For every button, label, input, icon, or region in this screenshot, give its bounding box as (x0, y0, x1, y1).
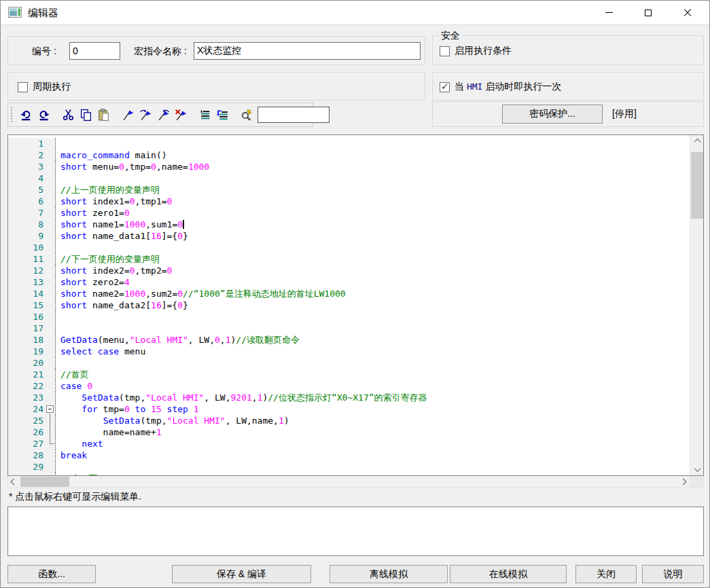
code-text: GetData(menu,"Local HMI", LW,0,1)//读取翻页命… (56, 334, 300, 346)
bookmark-prev-button[interactable] (155, 107, 171, 123)
scroll-left-button[interactable] (8, 476, 20, 488)
fold-toggle-icon[interactable] (46, 405, 54, 413)
vertical-scroll-thumb[interactable] (691, 152, 703, 219)
code-text: //上一页使用的变量声明 (56, 184, 160, 196)
periodic-execute-checkbox[interactable] (18, 82, 28, 92)
fold-margin (46, 415, 56, 426)
enable-condition-label: 启用执行条件 (455, 45, 512, 57)
macro-id-input[interactable] (69, 42, 120, 60)
indent-lines-icon (199, 109, 212, 122)
macro-id-name-group: 编号 : 宏指令名称 : (7, 36, 425, 65)
code-editor[interactable]: 12macro_command main()3short menu=0,tmp=… (7, 134, 704, 476)
code-text (56, 323, 60, 334)
toolbar-search-input[interactable] (258, 107, 330, 123)
horizontal-scroll-thumb[interactable] (20, 477, 69, 487)
line-number: 16 (8, 311, 46, 323)
horizontal-scrollbar[interactable] (7, 476, 704, 488)
bookmark-next-button[interactable] (137, 107, 154, 123)
find-replace-button[interactable] (238, 107, 254, 123)
window-title: 编辑器 (28, 7, 58, 20)
line-number: 18 (8, 334, 46, 346)
fold-margin (46, 380, 56, 392)
chevron-down-icon (694, 465, 700, 472)
message-box[interactable] (7, 507, 704, 556)
scroll-up-button[interactable] (690, 135, 704, 147)
code-line: 17 (8, 323, 690, 334)
code-line: 18GetData(menu,"Local HMI", LW,0,1)//读取翻… (8, 334, 690, 346)
close-button[interactable]: 关闭 (575, 565, 637, 583)
fold-margin (46, 172, 56, 184)
text-caret (183, 220, 184, 229)
password-protect-button[interactable]: 密码保护... (502, 105, 603, 124)
macro-id-label: 编号 : (32, 45, 56, 58)
enable-condition-checkbox[interactable] (440, 46, 450, 56)
line-number: 20 (8, 357, 46, 369)
code-text: for tmp=0 to 15 step 1 (56, 403, 199, 415)
code-line: 22case 0 (8, 380, 690, 392)
scroll-down-button[interactable] (690, 464, 704, 475)
online-sim-button[interactable]: 在线模拟 (450, 565, 567, 583)
code-line: 2macro_command main() (8, 149, 690, 161)
fold-margin (46, 357, 56, 369)
fold-margin (46, 392, 56, 403)
code-line: 26 name=name+1 (8, 426, 690, 438)
code-text: macro_command main() (56, 149, 167, 161)
code-text: //上一页 (56, 473, 98, 475)
line-number: 8 (8, 219, 46, 230)
bookmark-toggle-icon (122, 109, 135, 122)
code-line: 16 (8, 311, 690, 323)
macro-name-label: 宏指令名称 : (134, 45, 187, 58)
periodic-execute-label: 周期执行 (33, 81, 71, 93)
toolbar-grip[interactable] (11, 107, 12, 122)
fold-margin (46, 253, 56, 265)
fold-margin (46, 449, 56, 461)
close-window-button[interactable] (668, 1, 707, 24)
title-bar: 编辑器 (1, 1, 709, 25)
code-text: SetData(tmp,"Local HMI", LW,name,1) (56, 415, 289, 426)
help-button[interactable]: 说明 (642, 565, 704, 583)
copy-button[interactable] (77, 107, 94, 123)
security-group-label: 安全 (439, 30, 462, 42)
code-line: 1 (8, 138, 690, 149)
fold-margin (46, 242, 56, 253)
bookmark-next-icon (139, 109, 152, 122)
code-text: short name_data2[16]={0} (56, 299, 188, 311)
run-on-startup-checkbox[interactable] (440, 82, 450, 92)
macro-name-input[interactable] (194, 42, 421, 60)
code-line: 21//首页 (8, 369, 690, 380)
code-text: //下一页使用的变量声明 (56, 253, 160, 265)
redo-button[interactable] (35, 107, 52, 123)
undo-button[interactable] (18, 107, 34, 123)
line-number: 15 (8, 299, 46, 311)
offline-sim-button[interactable]: 离线模拟 (330, 565, 448, 583)
minimize-button[interactable] (589, 1, 628, 24)
maximize-button[interactable] (628, 1, 668, 24)
save-compile-button[interactable]: 保存 & 编译 (172, 565, 311, 583)
fold-margin (46, 184, 56, 196)
fold-margin (46, 438, 56, 449)
code-line: 10 (8, 242, 690, 253)
cut-button[interactable] (60, 107, 76, 123)
fold-margin (46, 265, 56, 276)
bookmark-toggle-button[interactable] (120, 107, 136, 123)
code-line: 28break (8, 449, 690, 461)
functions-button[interactable]: 函数... (7, 565, 96, 583)
indent-lines-button[interactable] (197, 107, 213, 123)
paste-button[interactable] (95, 107, 111, 123)
code-line: 30//上一页 (8, 473, 690, 475)
code-line: 15short name_data2[16]={0} (8, 299, 690, 311)
password-group: 密码保护... [停用] (432, 101, 704, 127)
editor-toolbar (7, 103, 313, 127)
vertical-scrollbar[interactable] (690, 135, 703, 475)
bookmark-clear-button[interactable] (173, 107, 189, 123)
right-click-hint: * 点击鼠标右键可显示编辑菜单. (9, 491, 141, 503)
code-text: short name2=1000,sum2=0//“1000”是注释动态地址的首… (56, 288, 346, 299)
scroll-right-button[interactable] (677, 476, 689, 488)
code-line: 29 (8, 461, 690, 473)
line-number: 12 (8, 265, 46, 276)
fold-margin (46, 161, 56, 172)
security-group: 安全 启用执行条件 (432, 35, 704, 65)
goto-line-button[interactable] (215, 107, 231, 123)
scrollbar-corner (690, 476, 703, 488)
code-text: next (56, 438, 103, 449)
